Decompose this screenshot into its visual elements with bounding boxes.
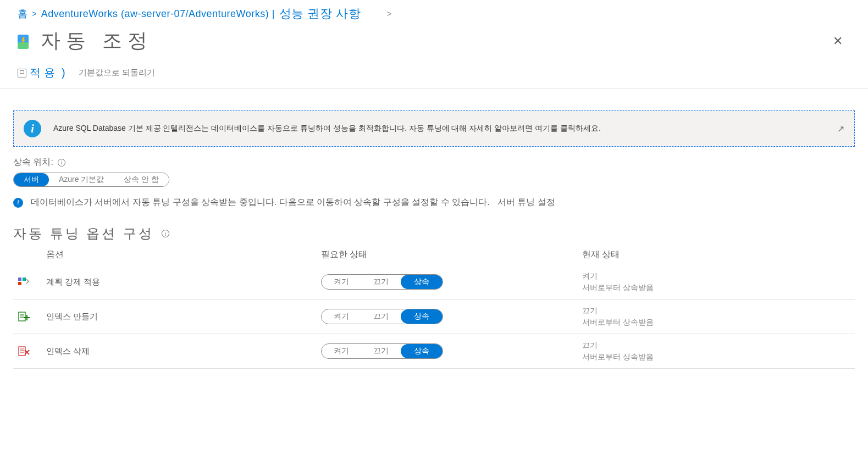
current-state-cell: 끄기 서버로부터 상속받음 (582, 340, 855, 363)
svg-rect-3 (18, 278, 21, 281)
toggle-on[interactable]: 켜기 (322, 344, 361, 358)
force-plan-icon (18, 276, 30, 288)
current-state-cell: 끄기 서버로부터 상속받음 (582, 305, 855, 328)
inherit-note: i 데이터베이스가 서버에서 자동 튜닝 구성을 상속받는 중입니다. 다음으로… (13, 197, 855, 208)
table-header: 옵션 필요한 상태 현재 상태 (13, 246, 855, 265)
toggle-inherit[interactable]: 상속 (401, 344, 443, 358)
automatic-tuning-icon (14, 32, 32, 50)
svg-rect-1 (18, 42, 29, 49)
toggle-off[interactable]: 끄기 (361, 309, 401, 324)
current-state-value: 끄기 (582, 340, 855, 351)
info-icon[interactable]: i (162, 230, 169, 237)
banner-text: Azure SQL Database 기본 제공 인텔리전스는 데이터베이스를 … (53, 124, 837, 134)
info-icon: i (24, 120, 41, 137)
current-state-cell: 켜기 서버로부터 상속받음 (582, 270, 855, 293)
current-state-value: 켜기 (582, 270, 855, 282)
server-tuning-settings-link[interactable]: 서버 튜닝 설정 (497, 197, 555, 208)
desired-state-toggle[interactable]: 켜기 끄기 상속 (321, 309, 443, 324)
save-icon (18, 69, 26, 77)
toggle-on[interactable]: 켜기 (322, 275, 361, 289)
close-button[interactable]: ✕ (830, 31, 846, 52)
table-row: 계획 강제 적용 켜기 끄기 상속 켜기 서버로부터 상속받음 (13, 265, 855, 299)
create-index-icon (18, 310, 30, 323)
section-heading: 자동 튜닝 옵션 구성 (13, 225, 154, 242)
section-heading-row: 자동 튜닝 옵션 구성 i (13, 225, 855, 242)
apply-label: 적용 (30, 65, 58, 80)
title-row: 자동 조정 ✕ (0, 25, 868, 59)
option-name: 계획 강제 적용 (46, 277, 321, 287)
inherit-from-toggle[interactable]: 서버 Azure 기본값 상속 안 함 (13, 173, 169, 187)
info-banner[interactable]: i Azure SQL Database 기본 제공 인텔리전스는 데이터베이스… (13, 110, 855, 147)
current-state-source: 서버로부터 상속받음 (582, 282, 855, 293)
toggle-on[interactable]: 켜기 (322, 309, 361, 324)
crumb-home[interactable]: 홈 (18, 7, 28, 20)
chevron-right-icon: > (32, 9, 37, 18)
toggle-inherit[interactable]: 상속 (401, 275, 443, 289)
inherit-option-azure-default[interactable]: Azure 기본값 (49, 173, 114, 186)
current-state-value: 끄기 (582, 305, 855, 317)
toggle-inherit[interactable]: 상속 (401, 309, 443, 324)
toggle-off[interactable]: 끄기 (361, 344, 401, 358)
inherit-from-label-row: 상속 위치: i (13, 157, 855, 168)
apply-paren: ) (62, 66, 69, 79)
crumb-resource[interactable]: AdventureWorks (aw-server-07/AdventureWo… (41, 8, 275, 20)
chevron-right-icon: > (387, 9, 391, 18)
svg-rect-5 (18, 282, 21, 285)
svg-rect-6 (19, 312, 25, 321)
current-state-source: 서버로부터 상속받음 (582, 317, 855, 328)
info-icon[interactable]: i (58, 159, 65, 167)
table-row: 인덱스 삭제 켜기 끄기 상속 끄기 서버로부터 상속받음 (13, 334, 855, 369)
svg-rect-4 (23, 278, 26, 281)
breadcrumb: 홈 > AdventureWorks (aw-server-07/Adventu… (0, 0, 868, 25)
col-current-state: 현재 상태 (582, 249, 855, 260)
col-option: 옵션 (46, 249, 321, 260)
apply-button[interactable]: 적용 ) (15, 64, 71, 81)
reset-defaults-button[interactable]: 기본값으로 되돌리기 (76, 66, 157, 79)
toggle-off[interactable]: 끄기 (361, 275, 401, 289)
current-state-source: 서버로부터 상속받음 (582, 351, 855, 363)
option-name: 인덱스 삭제 (46, 346, 321, 357)
col-desired-state: 필요한 상태 (321, 249, 582, 260)
inherit-from-label: 상속 위치: (13, 157, 53, 168)
option-name: 인덱스 만들기 (46, 312, 321, 322)
inherit-option-none[interactable]: 상속 안 함 (114, 173, 169, 186)
external-link-icon[interactable]: ↗ (837, 124, 844, 134)
drop-index-icon (18, 345, 30, 357)
page-title: 자동 조정 (41, 27, 153, 54)
crumb-performance[interactable]: 성능 권장 사항 (279, 5, 361, 22)
svg-rect-12 (19, 347, 25, 356)
inherit-option-server[interactable]: 서버 (14, 173, 49, 186)
toolbar: 적용 ) 기본값으로 되돌리기 (0, 59, 868, 88)
tuning-options-table: 옵션 필요한 상태 현재 상태 계획 강제 적용 켜기 끄기 상속 (13, 246, 855, 369)
table-row: 인덱스 만들기 켜기 끄기 상속 끄기 서버로부터 상속받음 (13, 299, 855, 334)
desired-state-toggle[interactable]: 켜기 끄기 상속 (321, 274, 443, 290)
info-icon: i (13, 198, 23, 208)
inherit-note-text: 데이터베이스가 서버에서 자동 튜닝 구성을 상속받는 중입니다. 다음으로 이… (31, 197, 490, 208)
desired-state-toggle[interactable]: 켜기 끄기 상속 (321, 343, 443, 359)
